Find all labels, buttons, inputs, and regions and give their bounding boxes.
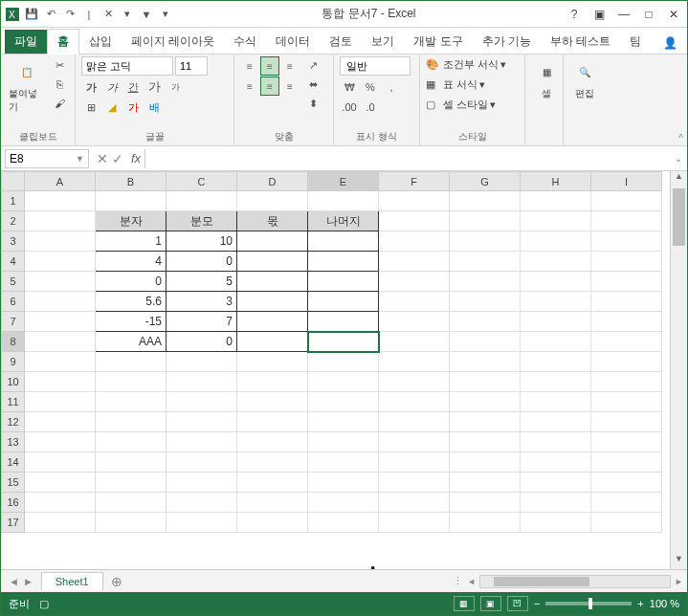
cell-I12[interactable] [591,412,662,432]
cell-B10[interactable] [96,372,166,392]
cell-A10[interactable] [25,372,96,392]
cell-I16[interactable] [591,493,662,513]
cell-A1[interactable] [25,191,96,211]
vertical-scrollbar[interactable]: ▲ ▼ [670,171,687,569]
tab-load[interactable]: 부하 테스트 [541,30,620,54]
select-all-corner[interactable] [2,172,25,191]
row-header-6[interactable]: 6 [2,292,25,312]
cell-D2[interactable]: 몫 [237,211,308,231]
cell-H1[interactable] [521,191,591,211]
cell-C15[interactable] [166,473,237,493]
row-header-8[interactable]: 8 [2,332,25,352]
cell-F12[interactable] [379,412,450,432]
cell-E16[interactable] [308,493,379,513]
cell-B5[interactable]: 0 [96,272,166,292]
cell-G12[interactable] [450,412,521,432]
cell-G8[interactable] [450,332,521,352]
align-bot-center[interactable]: ≡ [260,77,279,96]
minimize-icon[interactable]: — [614,5,633,24]
col-header-E[interactable]: E [308,172,379,191]
macro-record-icon[interactable]: ▢ [39,598,49,610]
paste-button[interactable]: 📋 붙여넣기 [7,56,46,116]
row-header-3[interactable]: 3 [2,231,25,252]
cell-F14[interactable] [379,452,450,473]
wrap-text-icon[interactable]: ⬌ [303,76,322,93]
cell-I4[interactable] [591,252,662,272]
cell-I13[interactable] [591,432,662,452]
cell-A17[interactable] [25,513,96,533]
cell-G13[interactable] [450,432,521,452]
cancel-formula-icon[interactable]: ✕ [97,151,108,166]
user-icon[interactable]: 👤 [654,33,687,54]
font-name-select[interactable] [81,56,173,76]
name-box[interactable]: E8 ▼ [5,149,89,168]
col-header-G[interactable]: G [450,172,521,191]
cell-B6[interactable]: 5.6 [96,292,166,312]
view-page-icon[interactable]: ▣ [480,596,501,611]
cell-E6[interactable] [308,292,379,312]
row-header-7[interactable]: 7 [2,312,25,332]
cell-I7[interactable] [591,312,662,332]
cell-H7[interactable] [521,312,591,332]
horizontal-scrollbar[interactable] [479,575,671,588]
col-header-F[interactable]: F [379,172,450,191]
align-bot-left[interactable]: ≡ [240,77,259,96]
cell-A7[interactable] [25,312,96,332]
row-header-15[interactable]: 15 [2,473,25,493]
col-header-I[interactable]: I [591,172,662,191]
view-break-icon[interactable]: 凹 [507,596,528,611]
col-header-D[interactable]: D [237,172,308,191]
namebox-dropdown-icon[interactable]: ▼ [76,154,84,164]
row-header-5[interactable]: 5 [2,272,25,292]
table-format-button[interactable]: ▦표 서식 ▾ [426,77,485,93]
cell-H5[interactable] [521,272,591,292]
cell-D4[interactable] [237,252,308,272]
cell-C9[interactable] [166,352,237,372]
zoom-value[interactable]: 100 % [650,598,679,609]
cell-B8[interactable]: AAA [96,332,166,352]
cond-format-button[interactable]: 🎨조건부 서식 ▾ [426,56,506,73]
cell-C3[interactable]: 10 [166,231,237,252]
cell-E3[interactable] [308,231,379,252]
cell-G6[interactable] [450,292,521,312]
cell-F10[interactable] [379,372,450,392]
cell-D6[interactable] [237,292,308,312]
font-size-select[interactable] [175,56,208,76]
cell-style-button[interactable]: ▢셀 스타일 ▾ [426,97,496,113]
col-header-B[interactable]: B [96,172,166,191]
cell-E7[interactable] [308,312,379,332]
cell-F4[interactable] [379,252,450,272]
tab-file[interactable]: 파일 [5,30,47,54]
bold-button[interactable]: 가 [81,78,100,96]
cell-A13[interactable] [25,432,96,452]
align-top-right[interactable]: ≡ [280,56,300,76]
align-top-left[interactable]: ≡ [240,56,259,76]
help-icon[interactable]: ? [565,5,584,24]
cell-F11[interactable] [379,392,450,412]
sheet-prev-icon[interactable]: ◄ [9,576,19,587]
cell-A16[interactable] [25,493,96,513]
undo-icon[interactable]: ↶ [43,7,58,22]
cell-E13[interactable] [308,432,379,452]
cell-E11[interactable] [308,392,379,412]
zoom-out-icon[interactable]: − [534,598,540,609]
cell-H10[interactable] [521,372,591,392]
cell-A11[interactable] [25,392,96,412]
cell-D16[interactable] [237,493,308,513]
cell-C17[interactable] [166,513,237,533]
zoom-thumb[interactable] [588,598,592,609]
cell-B9[interactable] [96,352,166,372]
col-header-A[interactable]: A [25,172,96,191]
font-shrink-icon[interactable]: 가 [166,78,185,96]
cell-D1[interactable] [237,191,308,211]
percent-icon[interactable]: % [361,78,380,96]
tab-addons[interactable]: 추가 기능 [473,30,541,54]
sheet[interactable]: ABCDEFGHI12분자분모몫나머지311044050565.637-1578… [1,171,670,569]
cell-B14[interactable] [96,452,166,473]
underline-button[interactable]: 간 [123,78,143,96]
cell-E14[interactable] [308,452,379,473]
copy-icon[interactable]: ⎘ [50,76,69,93]
cell-A15[interactable] [25,473,96,493]
cell-H16[interactable] [521,493,591,513]
tab-home[interactable]: 홈 [47,29,79,55]
